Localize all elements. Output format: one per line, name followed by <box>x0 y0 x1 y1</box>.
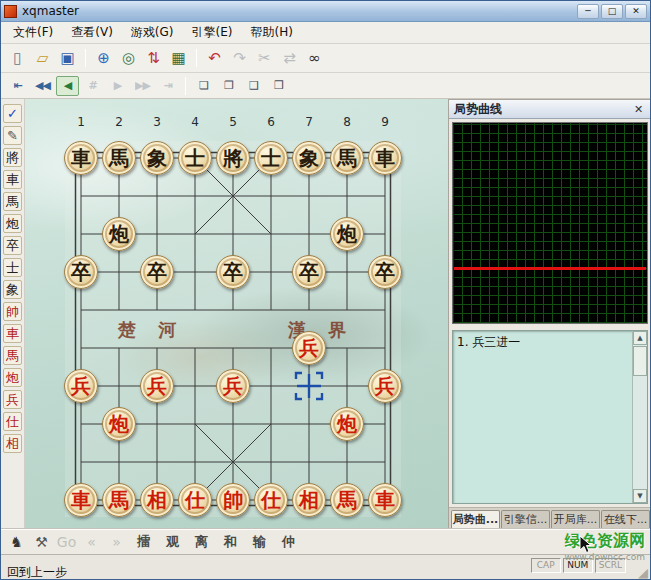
piece-black-general-icon[interactable]: 將 <box>3 148 22 167</box>
board-piece[interactable]: 卒 <box>216 255 250 289</box>
board-piece[interactable]: 馬 <box>330 483 364 517</box>
panel-tab[interactable]: 在线下... <box>601 510 650 528</box>
board-piece[interactable]: 車 <box>64 483 98 517</box>
piece-red-advisor-icon[interactable]: 仕 <box>3 412 22 431</box>
copy-moves-icon[interactable]: ❐ <box>217 76 240 96</box>
board-piece[interactable]: 馬 <box>102 483 136 517</box>
board-piece[interactable]: 士 <box>178 141 212 175</box>
paste-board-icon[interactable]: ❑ <box>242 76 265 96</box>
board-piece[interactable]: 兵 <box>368 369 402 403</box>
board-piece[interactable]: 兵 <box>64 369 98 403</box>
board-piece[interactable]: 炮 <box>102 407 136 441</box>
watermark-url: www.downcc.com <box>565 552 645 562</box>
game-action-button[interactable]: 和 <box>217 533 244 551</box>
panel-tab[interactable]: 开局库... <box>551 510 600 528</box>
board-piece[interactable]: 卒 <box>368 255 402 289</box>
board-piece[interactable]: 馬 <box>102 141 136 175</box>
new-icon[interactable]: ▯ <box>6 47 29 69</box>
menu-item[interactable]: 帮助(H) <box>241 21 301 44</box>
watermark-site: 绿色资源网 <box>565 531 645 552</box>
board-piece[interactable]: 車 <box>64 141 98 175</box>
game-action-button[interactable]: 仲 <box>275 533 302 551</box>
scroll-down-icon[interactable]: ▼ <box>633 489 647 503</box>
board-piece[interactable]: 仕 <box>178 483 212 517</box>
board-style-icon[interactable]: ▦ <box>167 47 190 69</box>
board-piece[interactable]: 卒 <box>140 255 174 289</box>
board-piece[interactable]: 車 <box>368 483 402 517</box>
game-action-button[interactable]: 离 <box>188 533 215 551</box>
flip-board-icon[interactable]: ⇅ <box>142 47 165 69</box>
menu-item[interactable]: 查看(V) <box>62 21 122 44</box>
piece-red-horse-icon[interactable]: 馬 <box>3 346 22 365</box>
piece-black-soldier-icon[interactable]: 卒 <box>3 236 22 255</box>
panel-tabs: 局势曲...引擎信...开局库...在线下... <box>449 507 651 528</box>
menu-item[interactable]: 引擎(E) <box>183 21 242 44</box>
board-piece[interactable]: 卒 <box>64 255 98 289</box>
engine-icon[interactable]: ⊕ <box>92 47 115 69</box>
panel-close-icon[interactable]: ✕ <box>631 103 646 116</box>
minimize-button[interactable]: ─ <box>577 4 599 19</box>
game-action-button[interactable]: 观 <box>159 533 186 551</box>
piece-black-advisor-icon[interactable]: 士 <box>3 258 22 277</box>
tools-icon[interactable]: ⚒ <box>30 531 53 553</box>
edit-pencil-icon[interactable]: ✎ <box>3 126 22 145</box>
move-list-scrollbar[interactable]: ▲ ▼ <box>632 331 647 503</box>
menu-item[interactable]: 游戏(G) <box>122 21 183 44</box>
board-piece[interactable]: 象 <box>292 141 326 175</box>
piece-black-cannon-icon[interactable]: 炮 <box>3 214 22 233</box>
piece-black-chariot-icon[interactable]: 車 <box>3 170 22 189</box>
board-piece[interactable]: 車 <box>368 141 402 175</box>
piece-black-horse-icon[interactable]: 馬 <box>3 192 22 211</box>
board-piece[interactable]: 炮 <box>102 217 136 251</box>
board-piece[interactable]: 仕 <box>254 483 288 517</box>
board-piece[interactable]: 將 <box>216 141 250 175</box>
scroll-up-icon[interactable]: ▲ <box>633 331 647 345</box>
piece-red-cannon-icon[interactable]: 炮 <box>3 368 22 387</box>
board-piece[interactable]: 相 <box>292 483 326 517</box>
board-piece[interactable]: 士 <box>254 141 288 175</box>
analyze-icon[interactable]: ◎ <box>117 47 140 69</box>
board-piece[interactable]: 象 <box>140 141 174 175</box>
board-piece[interactable]: 炮 <box>330 407 364 441</box>
piece-red-chariot-icon[interactable]: 車 <box>3 324 22 343</box>
board-piece[interactable]: 卒 <box>292 255 326 289</box>
copy-board-icon[interactable]: ❏ <box>192 76 215 96</box>
piece-red-general-icon[interactable]: 帥 <box>3 302 22 321</box>
game-toolbar: ♞⚒Go«»擂观离和输仲 <box>1 529 650 554</box>
nav-back-fast-icon[interactable]: ◀◀ <box>31 76 54 96</box>
piece-red-soldier-icon[interactable]: 兵 <box>3 390 22 409</box>
undo-icon[interactable]: ↶ <box>203 47 226 69</box>
move-list[interactable]: 1. 兵三进一 ▲ ▼ <box>452 330 648 504</box>
game-action-button[interactable]: 擂 <box>130 533 157 551</box>
board-area[interactable]: 123456789 楚 河 漢 界 車馬象士將士象馬車炮炮卒卒卒卒卒兵兵兵兵兵炮… <box>25 99 448 529</box>
title-bar[interactable]: xqmaster ─□✕ <box>1 1 650 22</box>
panel-tab[interactable]: 引擎信... <box>501 510 550 528</box>
piece-black-elephant-icon[interactable]: 象 <box>3 280 22 299</box>
board-piece[interactable]: 兵 <box>140 369 174 403</box>
nav-first-icon[interactable]: ⇤ <box>6 76 29 96</box>
close-button[interactable]: ✕ <box>625 4 647 19</box>
nav-back-icon[interactable]: ◀ <box>56 76 79 96</box>
open-icon[interactable]: ▱ <box>31 47 54 69</box>
scroll-thumb[interactable] <box>633 346 647 376</box>
game-action-button[interactable]: 输 <box>246 533 273 551</box>
board-piece[interactable]: 兵 <box>292 331 326 365</box>
status-hint: 回到上一步 <box>7 564 67 580</box>
annotate-check-icon[interactable]: ✓ <box>3 104 22 123</box>
resize-grip[interactable]: ◢ <box>638 565 648 580</box>
evaluation-line <box>454 267 646 270</box>
board-piece[interactable]: 馬 <box>330 141 364 175</box>
board-piece[interactable]: 帥 <box>216 483 250 517</box>
board-piece[interactable]: 炮 <box>330 217 364 251</box>
board-piece[interactable]: 相 <box>140 483 174 517</box>
save-icon[interactable]: ▣ <box>56 47 79 69</box>
knight-icon[interactable]: ♞ <box>5 531 28 553</box>
move-entry[interactable]: 1. 兵三进一 <box>457 334 628 350</box>
piece-red-elephant-icon[interactable]: 相 <box>3 434 22 453</box>
paste-moves-icon[interactable]: ❒ <box>267 76 290 96</box>
maximize-button[interactable]: □ <box>601 4 623 19</box>
board-piece[interactable]: 兵 <box>216 369 250 403</box>
find-icon[interactable]: ∞ <box>303 47 326 69</box>
menu-item[interactable]: 文件(F) <box>4 21 62 44</box>
panel-tab[interactable]: 局势曲... <box>451 510 500 528</box>
